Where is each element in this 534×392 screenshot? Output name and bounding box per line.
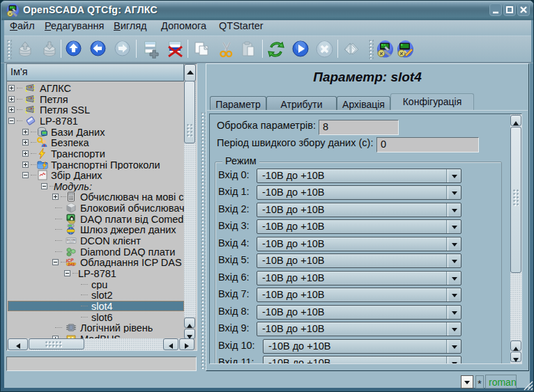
svg-text:client: client <box>68 241 73 244</box>
svg-text:DAS: DAS <box>68 263 75 267</box>
